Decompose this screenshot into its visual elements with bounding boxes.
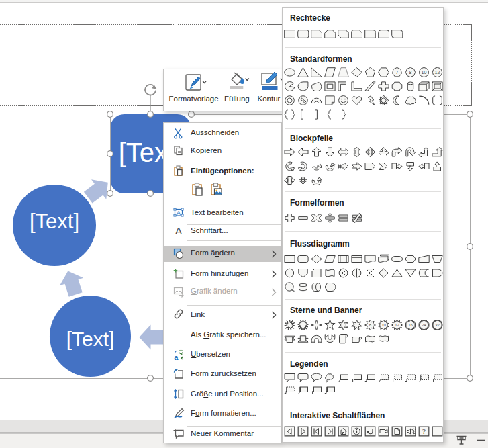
svg-text:a: a bbox=[174, 353, 179, 361]
svg-text:10: 10 bbox=[381, 323, 386, 327]
svg-text:16: 16 bbox=[408, 323, 413, 327]
svg-text:A: A bbox=[177, 210, 181, 216]
svg-text:32: 32 bbox=[435, 323, 440, 327]
svg-text:12: 12 bbox=[435, 70, 440, 75]
svg-text:7: 7 bbox=[396, 70, 399, 75]
svg-text:12: 12 bbox=[395, 323, 399, 327]
svg-text:10: 10 bbox=[422, 70, 427, 75]
svg-text:?: ? bbox=[422, 427, 426, 435]
svg-text:24: 24 bbox=[422, 323, 426, 327]
svg-text:A: A bbox=[175, 225, 182, 236]
svg-text:8: 8 bbox=[409, 70, 412, 75]
